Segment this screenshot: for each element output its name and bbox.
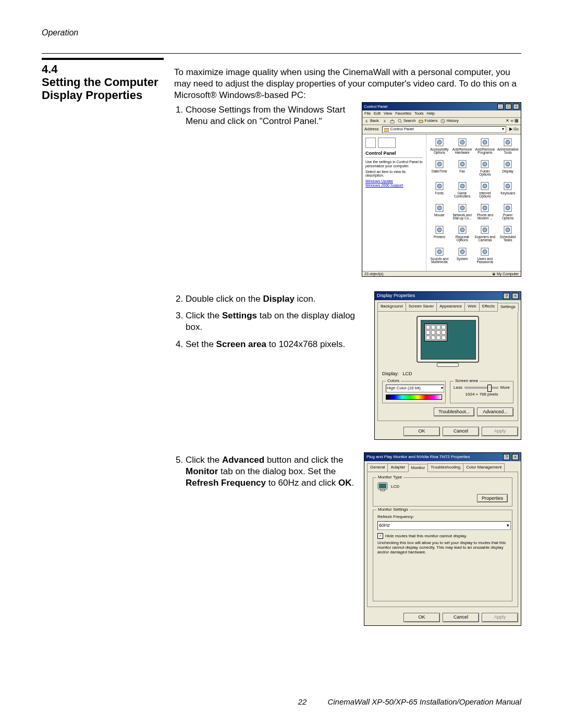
cp-icon-item[interactable]: Users and Passwords bbox=[474, 247, 496, 268]
menu-view[interactable]: View bbox=[384, 112, 392, 116]
section-number: 4.4 bbox=[42, 63, 164, 76]
cp-addressbar[interactable]: Address Control Panel ▾ ▶ Go bbox=[362, 125, 521, 134]
tb-history-label: History bbox=[446, 119, 458, 123]
tab-color-management[interactable]: Color Management bbox=[463, 463, 505, 472]
advanced-button[interactable]: Advanced... bbox=[477, 408, 513, 417]
menu-tools[interactable]: Tools bbox=[414, 112, 424, 116]
menu-help[interactable]: Help bbox=[427, 112, 435, 116]
cp-link-update[interactable]: Windows Update bbox=[365, 179, 393, 183]
addr-field[interactable]: Control Panel ▾ bbox=[382, 126, 506, 133]
dp-display-label: Display: LCD bbox=[382, 371, 513, 377]
menu-edit[interactable]: Edit bbox=[374, 112, 381, 116]
cp-icon-item[interactable]: Mouse bbox=[429, 203, 450, 224]
tb-extra-icons[interactable]: ✕ ∞ ▦ bbox=[506, 119, 519, 123]
menu-file[interactable]: File bbox=[364, 112, 371, 116]
mp-refresh-select[interactable]: 60Hz ▾ bbox=[377, 521, 511, 530]
tab-screensaver[interactable]: Screen Saver bbox=[406, 302, 437, 311]
go-label: Go bbox=[513, 127, 519, 131]
help-icon[interactable]: ? bbox=[503, 293, 510, 299]
mp-hide-checkbox[interactable]: ✓ Hide modes that this monitor cannot di… bbox=[377, 533, 508, 539]
svg-line-2 bbox=[400, 121, 402, 123]
dp-colors-select[interactable]: High Color (16 bit) ▾ bbox=[386, 385, 444, 392]
cp-toolbar[interactable]: Back Search Folders History ✕ ∞ ▦ bbox=[362, 118, 521, 125]
mp-title-text: Plug and Play Monitor and NVidia Riva TN… bbox=[366, 454, 470, 460]
close-icon[interactable]: × bbox=[512, 293, 519, 299]
cp-icon-item[interactable]: Regional Options bbox=[451, 225, 473, 246]
svg-point-43 bbox=[483, 228, 487, 232]
tb-up-icon[interactable] bbox=[390, 119, 395, 124]
troubleshoot-button[interactable]: Troubleshoot... bbox=[434, 408, 474, 417]
cp-icon-item[interactable]: Sounds and Multimedia bbox=[429, 247, 450, 268]
cp-icon-item[interactable]: Date/Time bbox=[429, 159, 450, 180]
tb-back[interactable]: Back bbox=[364, 119, 379, 124]
cp-menubar[interactable]: File Edit View Favorites Tools Help bbox=[362, 110, 521, 117]
cp-icon-item[interactable]: Scanners and Cameras bbox=[474, 225, 496, 246]
mp-titlebar: Plug and Play Monitor and NVidia Riva TN… bbox=[364, 453, 521, 461]
ok-button[interactable]: OK bbox=[403, 613, 440, 622]
s3a: Click the bbox=[186, 311, 222, 320]
cp-icon-item[interactable]: Power Options bbox=[497, 203, 519, 224]
properties-button[interactable]: Properties bbox=[477, 494, 508, 502]
cp-icon-item[interactable]: Accessibility Options bbox=[429, 138, 450, 158]
cp-icon-item[interactable]: Fax bbox=[451, 159, 473, 180]
mp-window-buttons[interactable]: ? × bbox=[503, 454, 519, 460]
tab-troubleshooting[interactable]: Troubleshooting bbox=[427, 463, 463, 472]
cp-icon-item[interactable]: System bbox=[451, 247, 473, 268]
cp-icon-label: Power Options bbox=[497, 214, 519, 221]
tab-settings[interactable]: Settings bbox=[497, 303, 519, 311]
mp-tabs[interactable]: General Adapter Monitor Troubleshooting … bbox=[364, 461, 521, 472]
dp-window-buttons[interactable]: ? × bbox=[503, 293, 519, 299]
tb-folders[interactable]: Folders bbox=[419, 119, 437, 124]
dp-tabs[interactable]: Background Screen Saver Appearance Web E… bbox=[375, 300, 521, 311]
s5f: Refresh Frequency bbox=[186, 478, 266, 488]
cp-link-support[interactable]: Windows 2000 Support bbox=[365, 183, 403, 187]
tab-monitor[interactable]: Monitor bbox=[408, 464, 429, 472]
cp-icon-item[interactable]: Printers bbox=[429, 225, 450, 246]
tab-effects[interactable]: Effects bbox=[479, 302, 498, 311]
go-button[interactable]: ▶ Go bbox=[509, 127, 519, 131]
cp-icon-item[interactable]: Internet Options bbox=[474, 181, 496, 202]
cp-title-text: Control Panel bbox=[364, 105, 387, 109]
chevron-down-icon[interactable]: ▾ bbox=[507, 523, 509, 529]
menu-favorites[interactable]: Favorites bbox=[395, 112, 411, 116]
dp-more: More bbox=[500, 385, 510, 390]
chevron-down-icon[interactable]: ▾ bbox=[502, 127, 504, 131]
tab-adapter[interactable]: Adapter bbox=[387, 463, 408, 472]
apply-button[interactable]: Apply bbox=[482, 427, 518, 436]
maximize-icon[interactable]: □ bbox=[505, 104, 511, 109]
svg-point-27 bbox=[483, 184, 487, 188]
tab-general[interactable]: General bbox=[367, 463, 388, 472]
tb-search[interactable]: Search bbox=[398, 119, 416, 124]
cp-icon-item[interactable]: Network and Dial-up Co... bbox=[451, 203, 473, 224]
minimize-icon[interactable]: _ bbox=[497, 104, 504, 109]
cp-icon-item[interactable]: Add/Remove Hardware bbox=[451, 138, 473, 158]
cp-icon-item[interactable]: Keyboard bbox=[497, 181, 519, 202]
cp-icon-item[interactable]: Folder Options bbox=[474, 159, 496, 180]
cancel-button[interactable]: Cancel bbox=[443, 613, 479, 622]
tb-history[interactable]: History bbox=[440, 119, 458, 124]
cp-icon-item[interactable]: Add/Remove Programs bbox=[474, 138, 496, 158]
cancel-button[interactable]: Cancel bbox=[443, 427, 479, 436]
cp-icon-label: Fonts bbox=[435, 192, 444, 195]
cp-icon-item[interactable]: Fonts bbox=[429, 181, 450, 202]
cp-window-buttons[interactable]: _ □ × bbox=[497, 104, 519, 109]
ok-button[interactable]: OK bbox=[403, 427, 440, 436]
cp-icon-item[interactable]: Phone and Modem ... bbox=[474, 203, 496, 224]
s3b: Settings bbox=[222, 311, 257, 320]
cp-titlebar: Control Panel _ □ × bbox=[362, 103, 521, 110]
chevron-down-icon[interactable]: ▾ bbox=[441, 386, 443, 391]
tab-web[interactable]: Web bbox=[464, 302, 479, 311]
cp-icon-item[interactable]: Display bbox=[497, 159, 519, 180]
tab-appearance[interactable]: Appearance bbox=[436, 302, 465, 311]
checkbox-icon[interactable]: ✓ bbox=[377, 533, 383, 539]
apply-button[interactable]: Apply bbox=[482, 613, 518, 622]
close-icon[interactable]: × bbox=[512, 454, 519, 460]
close-icon[interactable]: × bbox=[513, 104, 519, 109]
dp-screen-slider[interactable] bbox=[464, 387, 498, 389]
cp-icon-item[interactable]: Scheduled Tasks bbox=[497, 225, 519, 246]
cp-icon-item[interactable]: Game Controllers bbox=[451, 181, 473, 202]
cp-icon-item[interactable]: Administrative Tools bbox=[497, 138, 519, 158]
tb-forward-icon[interactable] bbox=[382, 119, 387, 124]
help-icon[interactable]: ? bbox=[503, 454, 510, 460]
tab-background[interactable]: Background bbox=[377, 302, 406, 311]
